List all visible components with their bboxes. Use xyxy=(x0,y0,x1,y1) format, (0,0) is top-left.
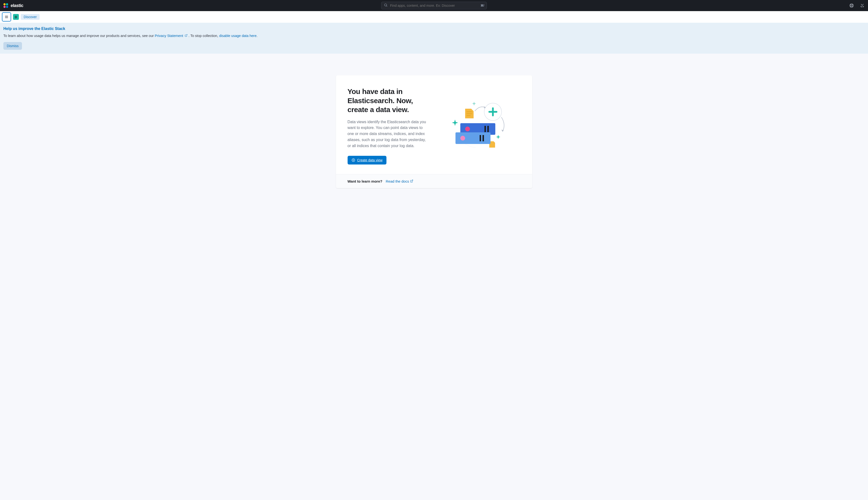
card-text-column: You have data in Elasticsearch. Now, cre… xyxy=(348,87,430,164)
card-footer: Want to learn more? Read the docs xyxy=(336,174,532,188)
brand-logo[interactable]: elastic xyxy=(3,3,23,9)
brand-name: elastic xyxy=(11,3,23,8)
callout-text-after: . xyxy=(257,34,258,38)
svg-rect-32 xyxy=(480,135,481,141)
svg-point-3 xyxy=(6,6,8,8)
svg-line-11 xyxy=(852,6,853,7)
space-selector[interactable]: D xyxy=(13,14,19,20)
create-data-view-button[interactable]: Create data view xyxy=(348,156,386,164)
usage-data-callout: Help us improve the Elastic Stack To lea… xyxy=(0,23,868,54)
empty-state-card: You have data in Elasticsearch. Now, cre… xyxy=(336,75,532,188)
svg-rect-28 xyxy=(484,126,486,132)
disable-usage-link[interactable]: disable usage data here xyxy=(219,34,257,38)
top-header: elastic ⌘/ xyxy=(0,0,868,11)
callout-text-before: To learn about how usage data helps us m… xyxy=(3,34,155,38)
card-description: Data views identify the Elasticsearch da… xyxy=(348,119,430,149)
svg-point-31 xyxy=(460,136,465,140)
read-docs-link[interactable]: Read the docs xyxy=(386,179,413,183)
newsfeed-button[interactable] xyxy=(859,3,865,9)
global-search[interactable]: ⌘/ xyxy=(381,2,487,9)
external-link-icon xyxy=(410,179,413,183)
help-button[interactable] xyxy=(849,3,855,9)
svg-point-0 xyxy=(3,3,5,5)
callout-text-mid: . To stop collection, xyxy=(188,34,219,38)
svg-point-1 xyxy=(6,3,8,5)
svg-line-8 xyxy=(850,4,851,5)
privacy-link-label: Privacy Statement xyxy=(155,34,183,38)
plus-circle-icon xyxy=(351,158,355,162)
breadcrumb-current[interactable]: Discover xyxy=(21,14,39,20)
card-title: You have data in Elasticsearch. Now, cre… xyxy=(348,87,430,114)
illustration xyxy=(439,87,521,164)
callout-text: To learn about how usage data helps us m… xyxy=(3,33,865,39)
svg-marker-21 xyxy=(484,106,486,109)
svg-point-27 xyxy=(465,127,470,132)
dismiss-button[interactable]: Dismiss xyxy=(3,42,22,50)
svg-rect-29 xyxy=(487,126,489,132)
footer-link-label: Read the docs xyxy=(386,179,409,183)
sub-header: D Discover xyxy=(0,11,868,23)
svg-line-10 xyxy=(850,6,851,7)
search-shortcut-hint: ⌘/ xyxy=(481,4,484,7)
external-link-icon xyxy=(185,33,188,39)
svg-line-5 xyxy=(386,6,387,7)
footer-label: Want to learn more? xyxy=(348,179,382,183)
search-icon xyxy=(384,3,388,8)
card-body: You have data in Elasticsearch. Now, cre… xyxy=(336,75,532,174)
create-button-label: Create data view xyxy=(357,158,383,162)
nav-toggle-button[interactable] xyxy=(2,12,11,22)
main-content: You have data in Elasticsearch. Now, cre… xyxy=(0,54,868,210)
header-actions xyxy=(849,3,865,9)
search-input[interactable] xyxy=(390,4,478,8)
elastic-logo-icon xyxy=(3,3,9,9)
svg-rect-33 xyxy=(482,135,484,141)
svg-point-7 xyxy=(851,5,853,7)
svg-point-2 xyxy=(3,6,5,8)
callout-title: Help us improve the Elastic Stack xyxy=(3,26,865,31)
svg-point-4 xyxy=(385,4,387,6)
privacy-statement-link[interactable]: Privacy Statement xyxy=(155,34,188,38)
svg-line-9 xyxy=(852,4,853,5)
